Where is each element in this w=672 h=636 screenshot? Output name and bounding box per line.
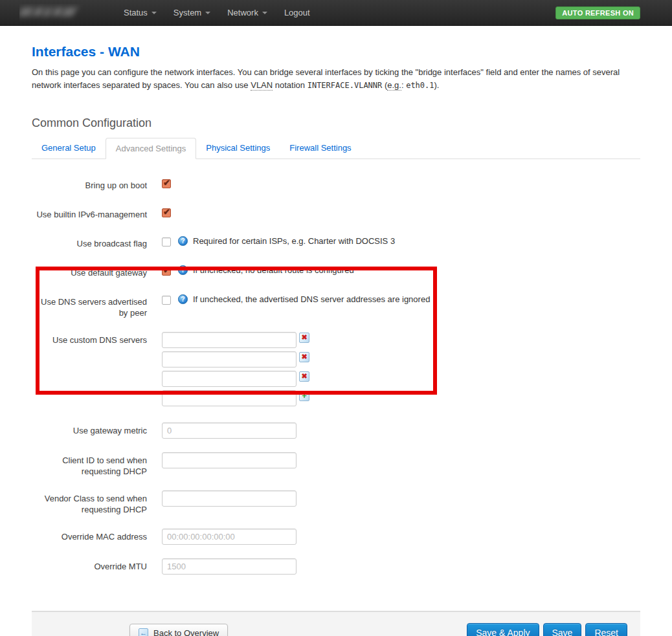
code-text: eth0.1 — [406, 81, 434, 90]
form-row-bring-up-on-boot: Bring up on boot — [32, 177, 640, 193]
tab-label: Advanced Settings — [106, 138, 196, 159]
field-value: ?Required for certain ISPs, e.g. Charter… — [162, 236, 395, 251]
field-value — [162, 529, 297, 545]
field-label: Bring up on boot — [32, 177, 147, 193]
tab-general-setup[interactable]: General Setup — [32, 138, 106, 159]
icon-glyph: + — [300, 391, 309, 400]
back-button-label: Back to Overview — [153, 628, 219, 636]
override-mac-input[interactable] — [162, 529, 297, 545]
help-icon: ? — [178, 236, 188, 246]
description-text: notation — [273, 80, 308, 90]
form-row-override-mac: Override MAC address — [32, 529, 640, 545]
top-navbar: WAVAW StatusSystemNetworkLogout AUTO REF… — [0, 0, 672, 26]
abbreviation: VLAN — [251, 80, 273, 91]
field-label: Use gateway metric — [32, 422, 147, 439]
code-text: INTERFACE.VLANNR — [308, 81, 383, 90]
help-text: Required for certain ISPs, e.g. Charter … — [193, 236, 395, 246]
nav-item-label: Logout — [284, 8, 310, 17]
form-row-vendor-class-dhcp: Vendor Class to send when requesting DHC… — [32, 490, 640, 515]
page-title: Interfaces - WAN — [32, 44, 640, 60]
tab-bar: General SetupAdvanced SettingsPhysical S… — [32, 138, 640, 159]
add-entry-icon[interactable]: + — [299, 391, 309, 401]
tab-firewall-settings[interactable]: Firewall Settings — [280, 138, 361, 159]
dynamic-list: ✖✖✖+ — [162, 332, 309, 410]
dynamic-list-entry: + — [162, 390, 309, 406]
dynamic-list-entry: ✖ — [162, 351, 309, 367]
help-icon: ? — [178, 294, 188, 304]
use-custom-dns-input-4[interactable] — [162, 390, 297, 406]
nav-item-system[interactable]: System — [165, 0, 219, 25]
field-value: ?If unchecked, the advertised DNS server… — [162, 294, 430, 318]
caret-down-icon — [205, 12, 210, 14]
use-dns-advertised-checkbox[interactable] — [162, 296, 171, 305]
icon-glyph: ✖ — [300, 352, 309, 362]
field-help: ?Required for certain ISPs, e.g. Charter… — [178, 236, 395, 246]
back-arrow-icon: ← — [139, 628, 148, 636]
field-value: ?If unchecked, no default route is confi… — [162, 265, 354, 280]
use-gateway-metric-input[interactable] — [162, 422, 297, 439]
nav-item-network[interactable]: Network — [219, 0, 276, 25]
caret-down-icon — [262, 12, 267, 14]
vendor-class-dhcp-input[interactable] — [162, 490, 297, 507]
field-label: Client ID to send when requesting DHCP — [32, 452, 147, 477]
tab-label: General Setup — [32, 138, 106, 158]
form-row-use-broadcast-flag: Use broadcast flag?Required for certain … — [32, 236, 640, 251]
help-text: If unchecked, the advertised DNS server … — [193, 294, 430, 304]
form-row-override-mtu: Override MTU — [32, 558, 640, 575]
dynamic-list-entry: ✖ — [162, 371, 309, 387]
icon-glyph: ✖ — [300, 371, 309, 381]
use-custom-dns-input-2[interactable] — [162, 351, 297, 367]
nav-item-label: Network — [227, 8, 258, 17]
use-broadcast-flag-checkbox[interactable] — [162, 237, 171, 247]
form-row-client-id-dhcp: Client ID to send when requesting DHCP — [32, 452, 640, 477]
page-description: On this page you can configure the netwo… — [32, 66, 637, 92]
field-value — [162, 490, 297, 515]
save-button[interactable]: Save — [543, 623, 582, 636]
field-value — [162, 422, 297, 439]
abbreviation: e.g. — [387, 80, 401, 91]
client-id-dhcp-input[interactable] — [162, 452, 297, 468]
brand-logo[interactable]: WAVAW — [19, 4, 102, 22]
reset-button[interactable]: Reset — [585, 623, 627, 636]
field-label: Use broadcast flag — [32, 236, 147, 251]
field-help: ?If unchecked, no default route is confi… — [178, 265, 354, 275]
field-value — [162, 177, 171, 193]
field-value — [162, 558, 297, 575]
auto-refresh-badge[interactable]: AUTO REFRESH ON — [555, 6, 640, 19]
help-text: If unchecked, no default route is config… — [193, 265, 354, 275]
action-buttons: Save & Apply Save Reset — [467, 623, 627, 636]
nav-item-logout[interactable]: Logout — [276, 0, 319, 25]
field-label: Use default gateway — [32, 265, 147, 280]
tab-physical-settings[interactable]: Physical Settings — [196, 138, 280, 159]
form-row-use-builtin-ipv6: Use builtin IPv6-management — [32, 206, 640, 222]
save-apply-button[interactable]: Save & Apply — [467, 623, 539, 636]
field-value: ✖✖✖+ — [162, 332, 309, 410]
remove-entry-icon[interactable]: ✖ — [299, 371, 309, 382]
description-text: ). — [434, 80, 440, 90]
nav-item-label: System — [174, 8, 201, 17]
use-custom-dns-input-1[interactable] — [162, 332, 297, 348]
field-label: Override MTU — [32, 558, 147, 575]
bring-up-on-boot-checkbox[interactable] — [162, 179, 171, 188]
tab-advanced-settings[interactable]: Advanced Settings — [106, 138, 196, 159]
remove-entry-icon[interactable]: ✖ — [299, 333, 309, 343]
field-label: Use custom DNS servers — [32, 332, 147, 410]
remove-entry-icon[interactable]: ✖ — [299, 352, 309, 362]
override-mtu-input[interactable] — [162, 558, 297, 575]
help-icon: ? — [178, 265, 188, 275]
tab-label: Firewall Settings — [280, 138, 361, 158]
page-container: Interfaces - WAN On this page you can co… — [32, 44, 640, 611]
field-label: Use builtin IPv6-management — [32, 206, 147, 222]
field-help: ?If unchecked, the advertised DNS server… — [178, 294, 430, 304]
main-nav: StatusSystemNetworkLogout — [115, 0, 319, 25]
field-label: Override MAC address — [32, 529, 147, 545]
use-custom-dns-input-3[interactable] — [162, 371, 297, 387]
dynamic-list-entry: ✖ — [162, 332, 309, 348]
section-heading: Common Configuration — [32, 116, 640, 130]
back-to-overview-button[interactable]: ← Back to Overview — [129, 624, 228, 636]
nav-item-status[interactable]: Status — [115, 0, 165, 25]
form-row-use-gateway-metric: Use gateway metric — [32, 422, 640, 439]
form-row-use-dns-advertised: Use DNS servers advertised by peer?If un… — [32, 294, 640, 318]
use-builtin-ipv6-checkbox[interactable] — [162, 208, 171, 217]
use-default-gateway-checkbox[interactable] — [162, 267, 171, 276]
